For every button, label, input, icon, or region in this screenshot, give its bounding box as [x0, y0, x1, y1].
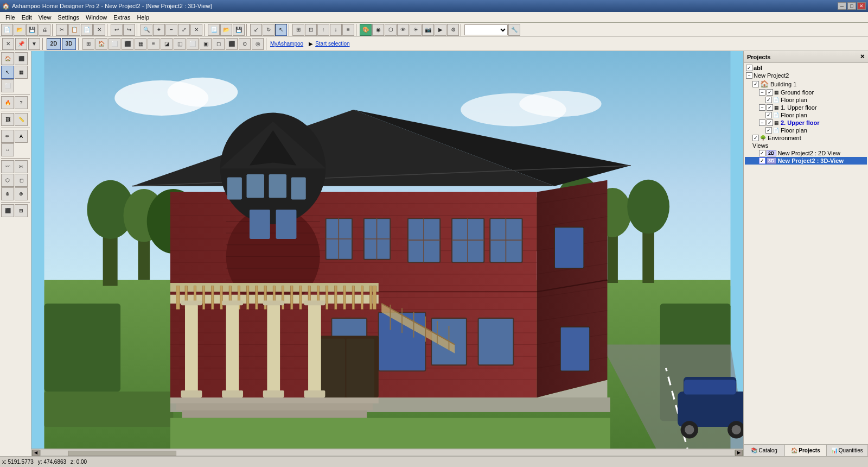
- tree-views-group[interactable]: Views: [745, 142, 867, 149]
- tree-view-2d[interactable]: 2D New Project2 : 2D View: [745, 149, 867, 157]
- tb-display-opt8[interactable]: ⬛: [226, 38, 238, 50]
- tb-cut[interactable]: ✂: [56, 24, 68, 36]
- tb-display-opt4[interactable]: ◫: [174, 38, 186, 50]
- tool-circle[interactable]: ⊕: [1, 187, 14, 200]
- tb-visibility[interactable]: 👁: [397, 24, 409, 36]
- tree-floor-plan-uf1[interactable]: 📄 Floor plan: [745, 111, 867, 119]
- scroll-track[interactable]: [40, 450, 735, 456]
- tool-polygon[interactable]: ⬡: [1, 174, 14, 187]
- tool-walls[interactable]: ▦: [15, 66, 28, 79]
- tb-display-opt9[interactable]: ⊙: [239, 38, 251, 50]
- tb-save-project[interactable]: 💾: [233, 24, 245, 36]
- tb-show-all[interactable]: ⊞: [82, 38, 94, 50]
- tb-paste[interactable]: 📄: [81, 24, 93, 36]
- menu-edit[interactable]: Edit: [18, 13, 35, 22]
- tb-show-struct[interactable]: 🏠: [95, 38, 107, 50]
- tool-3d-box[interactable]: ⬛: [1, 204, 14, 217]
- tool-measure[interactable]: 📏: [15, 113, 28, 126]
- tree-check-3d[interactable]: [759, 157, 765, 164]
- tb-display-opt5[interactable]: ⬜: [187, 38, 199, 50]
- tb-move[interactable]: ↙: [250, 24, 262, 36]
- tool-text[interactable]: A: [15, 130, 28, 143]
- scroll-right[interactable]: ▶: [735, 450, 743, 456]
- tool-rooms[interactable]: ⬜: [1, 79, 14, 92]
- tab-quantities[interactable]: 📊 Quantities: [827, 445, 868, 456]
- tb-save[interactable]: 💾: [26, 24, 38, 36]
- scroll-left[interactable]: ◀: [32, 450, 40, 456]
- tree-expand-gf[interactable]: −: [759, 89, 765, 96]
- menu-settings[interactable]: Settings: [54, 13, 82, 22]
- tool-arc[interactable]: ⊗: [15, 187, 28, 200]
- menu-file[interactable]: File: [2, 13, 18, 22]
- tb-display-opt7[interactable]: ◻: [213, 38, 225, 50]
- tree-filter-abl[interactable]: abl: [745, 64, 867, 72]
- tool-fire[interactable]: 🔥: [1, 96, 14, 109]
- tb-zoom-in[interactable]: 🔍: [141, 24, 152, 36]
- tb-render[interactable]: ▶: [435, 24, 446, 36]
- tool-line[interactable]: 〰: [1, 160, 14, 173]
- tree-check-2d[interactable]: [759, 150, 765, 156]
- tb-close-x[interactable]: ✕: [2, 38, 14, 50]
- tree-floor-plan-uf2[interactable]: 📄 Floor plan: [745, 127, 867, 134]
- tb-undo[interactable]: ↩: [111, 24, 123, 36]
- tb-display-opt1[interactable]: ▦: [135, 38, 146, 50]
- menu-help[interactable]: Help: [133, 13, 152, 22]
- tree-ground-floor[interactable]: − ▦ Ground floor: [745, 89, 867, 96]
- tool-rect[interactable]: ◻: [15, 174, 28, 187]
- tb-display-opt10[interactable]: ◎: [252, 38, 264, 50]
- tb-display-opt6[interactable]: ▣: [200, 38, 212, 50]
- tree-view-3d[interactable]: 3D New Project2 : 3D-View: [745, 157, 867, 165]
- tool-question[interactable]: ?: [15, 96, 28, 109]
- tb-copy[interactable]: 📋: [68, 24, 80, 36]
- tree-project-new2[interactable]: − New Project2: [745, 72, 867, 79]
- tb-redo[interactable]: ↪: [123, 24, 135, 36]
- tool-dimension[interactable]: ↔: [1, 143, 14, 156]
- tree-check-gf[interactable]: [767, 89, 773, 96]
- tb-delete[interactable]: ✕: [93, 24, 105, 36]
- tb-show-opt1[interactable]: ⬜: [108, 38, 120, 50]
- canvas-scrollbar[interactable]: ◀ ▶: [31, 449, 743, 456]
- tool-image[interactable]: 🖼: [1, 113, 14, 126]
- tool-house[interactable]: 🏠: [1, 52, 14, 65]
- tree-check-env[interactable]: [752, 135, 759, 141]
- tb-material[interactable]: ◉: [372, 24, 384, 36]
- start-selection-label[interactable]: Start selection: [315, 41, 349, 47]
- menu-extras[interactable]: Extras: [110, 13, 133, 22]
- tb-floor-up[interactable]: ↑: [317, 24, 329, 36]
- tb-open-project[interactable]: 📂: [220, 24, 232, 36]
- tb-camera[interactable]: 📷: [422, 24, 434, 36]
- canvas-area[interactable]: ◀ ▶: [31, 51, 743, 456]
- projects-panel-close[interactable]: ✕: [860, 53, 865, 60]
- tree-floor-plan-gf[interactable]: 📄 Floor plan: [745, 96, 867, 104]
- tb-all-floors[interactable]: ≡: [342, 24, 354, 36]
- tb-pin[interactable]: 📌: [15, 38, 27, 50]
- tree-environment[interactable]: 🌳 Environment: [745, 134, 867, 142]
- tb-view-settings[interactable]: 🔧: [508, 24, 520, 36]
- tb-zoom-minus[interactable]: −: [165, 24, 177, 36]
- maximize-button[interactable]: □: [847, 2, 856, 10]
- tree-check-fp-gf[interactable]: [765, 97, 772, 103]
- tree-check-building[interactable]: [752, 81, 759, 87]
- tb-print[interactable]: 🖨: [39, 24, 50, 36]
- tree-check-uf1[interactable]: [767, 104, 773, 111]
- tb-settings2[interactable]: ⚙: [447, 24, 459, 36]
- tool-3d-obj[interactable]: ⊞: [15, 204, 28, 217]
- tree-expand-uf1[interactable]: −: [759, 104, 765, 111]
- tree-expand-project[interactable]: −: [746, 72, 752, 79]
- tb-view-3d[interactable]: 3D: [62, 38, 76, 50]
- tree-building-1[interactable]: 🏠 Building 1: [745, 79, 867, 89]
- tool-select[interactable]: ↖: [1, 66, 14, 79]
- tree-upper-floor-1[interactable]: − ▦ 1. Upper floor: [745, 104, 867, 111]
- tree-upper-floor-2[interactable]: − ▦ 2. Upper floor: [745, 119, 867, 127]
- tree-check-abl[interactable]: [746, 65, 752, 71]
- tb-view-2d[interactable]: 2D: [47, 38, 61, 50]
- scroll-thumb[interactable]: [68, 451, 176, 456]
- menu-window[interactable]: Window: [82, 13, 110, 22]
- menu-view[interactable]: View: [35, 13, 55, 22]
- tree-check-fp-uf1[interactable]: [765, 112, 772, 118]
- tb-rotate[interactable]: ↻: [263, 24, 275, 36]
- tb-zoom-fit[interactable]: ⤢: [178, 24, 190, 36]
- tb-collapse[interactable]: ▼: [28, 38, 40, 50]
- tb-new-project[interactable]: 📃: [208, 24, 220, 36]
- myashampoo-label[interactable]: MyAshampoo: [270, 41, 303, 47]
